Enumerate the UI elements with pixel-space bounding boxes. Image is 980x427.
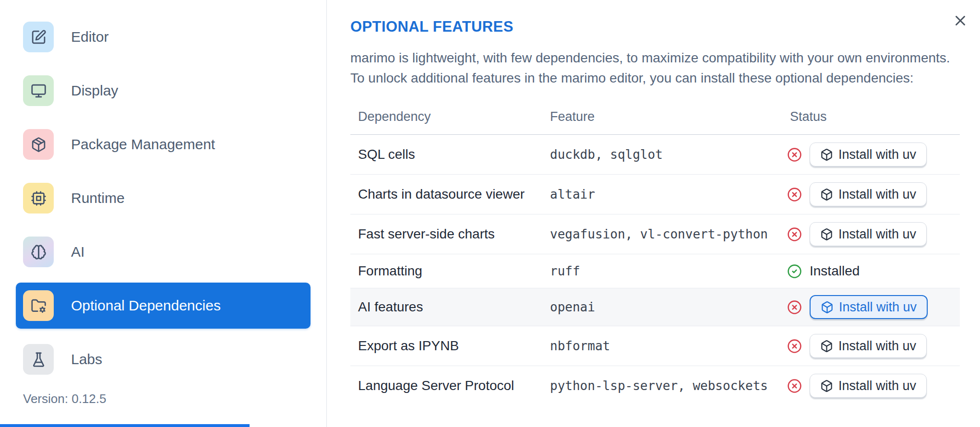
- status-cell: Install with uv: [782, 142, 960, 166]
- box-icon: [820, 188, 833, 201]
- install-button-label: Install with uv: [838, 379, 916, 393]
- dependencies-table: Dependency Feature Status SQL cellsduckd…: [350, 99, 960, 405]
- install-button-label: Install with uv: [838, 187, 916, 202]
- install-button-label: Install with uv: [838, 339, 916, 354]
- circle-x-icon: [787, 147, 802, 162]
- sidebar-item-editor[interactable]: Editor: [16, 14, 311, 60]
- dependency-name: Formatting: [350, 263, 542, 279]
- dependency-name: Language Server Protocol: [350, 378, 542, 393]
- feature-packages: altair: [542, 187, 782, 202]
- install-with-uv-button[interactable]: Install with uv: [810, 374, 927, 398]
- install-button-label: Install with uv: [838, 147, 916, 162]
- install-with-uv-button[interactable]: Install with uv: [810, 222, 927, 246]
- box-icon: [821, 301, 834, 314]
- monitor-icon: [23, 75, 54, 106]
- circle-check-icon: [787, 264, 802, 279]
- column-header-dependency: Dependency: [350, 109, 542, 124]
- close-icon[interactable]: [952, 12, 969, 30]
- dependency-name: Charts in datasource viewer: [350, 187, 542, 202]
- status-cell: Install with uv: [782, 334, 960, 358]
- sidebar-item-optional-dependencies[interactable]: Optional Dependencies: [16, 283, 311, 329]
- sidebar-item-display[interactable]: Display: [16, 68, 311, 114]
- feature-packages: duckdb, sqlglot: [542, 147, 782, 162]
- table-row: SQL cellsduckdb, sqlglotInstall with uv: [350, 135, 960, 175]
- table-row: Export as IPYNBnbformatInstall with uv: [350, 326, 960, 366]
- sidebar-item-label: Runtime: [71, 190, 125, 206]
- brain-icon: [23, 237, 54, 267]
- sidebar-item-ai[interactable]: AI: [16, 229, 311, 275]
- flask-icon: [23, 344, 54, 375]
- circle-x-icon: [787, 187, 802, 202]
- description-text: marimo is lightweight, with few dependen…: [350, 48, 950, 88]
- status-cell: Install with uv: [782, 222, 960, 246]
- install-button-label: Install with uv: [838, 227, 916, 242]
- description-line-1: marimo is lightweight, with few dependen…: [350, 48, 950, 68]
- circle-x-icon: [787, 339, 802, 354]
- box-icon: [820, 380, 833, 392]
- table-row: Fast server-side chartsvegafusion, vl-co…: [350, 214, 960, 254]
- dependency-name: Fast server-side charts: [350, 226, 542, 242]
- package-icon: [23, 129, 54, 160]
- feature-packages: openai: [542, 300, 782, 314]
- box-icon: [820, 340, 833, 353]
- feature-packages: ruff: [542, 264, 782, 278]
- feature-packages: nbformat: [542, 339, 782, 353]
- circle-x-icon: [787, 300, 802, 315]
- background-app-strip: [0, 424, 250, 427]
- settings-sidebar: EditorDisplayPackage ManagementRuntimeAI…: [0, 0, 326, 427]
- page-title: OPTIONAL FEATURES: [350, 18, 514, 36]
- version-label: Version: 0.12.5: [23, 391, 106, 406]
- sidebar-item-label: Labs: [71, 351, 102, 368]
- circle-x-icon: [787, 379, 802, 393]
- square-pen-icon: [23, 22, 54, 52]
- feature-packages: python-lsp-server, websockets: [542, 379, 782, 393]
- sidebar-item-label: Optional Dependencies: [71, 297, 221, 314]
- sidebar-item-package-management[interactable]: Package Management: [16, 121, 311, 167]
- install-with-uv-button[interactable]: Install with uv: [810, 334, 927, 358]
- sidebar-item-labs[interactable]: Labs: [16, 336, 311, 382]
- description-line-2: To unlock additional features in the mar…: [350, 68, 950, 88]
- table-row: Charts in datasource vieweraltairInstall…: [350, 175, 960, 214]
- table-header: Dependency Feature Status: [350, 99, 960, 135]
- box-icon: [820, 228, 833, 241]
- sidebar-item-label: Package Management: [71, 136, 215, 153]
- status-cell: Install with uv: [782, 295, 960, 319]
- column-header-feature: Feature: [542, 109, 782, 124]
- dependency-name: SQL cells: [350, 147, 542, 162]
- cpu-icon: [23, 183, 54, 214]
- sidebar-item-label: AI: [71, 244, 84, 260]
- install-with-uv-button[interactable]: Install with uv: [810, 142, 927, 166]
- install-with-uv-button[interactable]: Install with uv: [810, 295, 928, 319]
- dependency-name: AI features: [350, 299, 542, 315]
- column-header-status: Status: [782, 109, 960, 124]
- sidebar-item-runtime[interactable]: Runtime: [16, 175, 311, 221]
- status-cell: Install with uv: [782, 182, 960, 206]
- circle-x-icon: [787, 227, 802, 242]
- table-row: Language Server Protocolpython-lsp-serve…: [350, 366, 960, 405]
- installed-status-label: Installed: [810, 263, 860, 279]
- feature-packages: vegafusion, vl-convert-python: [542, 227, 782, 241]
- install-button-label: Install with uv: [839, 300, 917, 315]
- dependency-name: Export as IPYNB: [350, 338, 542, 354]
- sidebar-item-label: Editor: [71, 29, 108, 45]
- folder-cog-icon: [23, 290, 54, 321]
- box-icon: [820, 148, 833, 161]
- status-cell: Installed: [782, 263, 960, 279]
- table-row: FormattingruffInstalled: [350, 254, 960, 288]
- status-cell: Install with uv: [782, 374, 960, 398]
- install-with-uv-button[interactable]: Install with uv: [810, 182, 927, 206]
- sidebar-item-label: Display: [71, 83, 118, 99]
- table-row: AI featuresopenaiInstall with uv: [350, 288, 960, 326]
